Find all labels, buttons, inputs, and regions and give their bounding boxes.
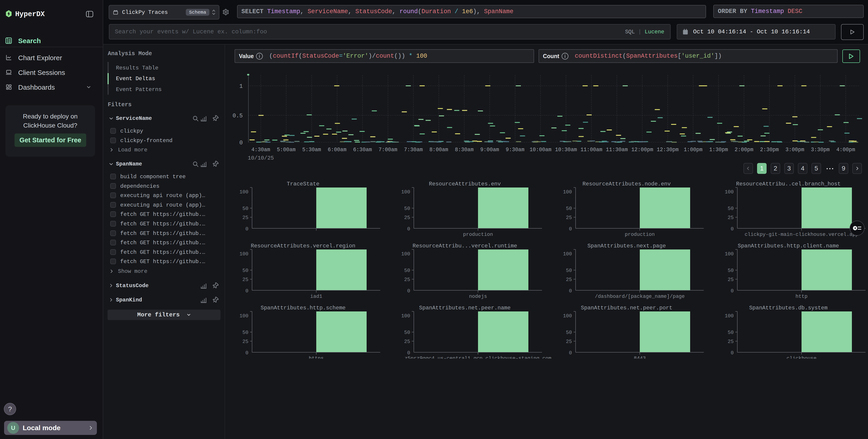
svg-text:25: 25 [728, 215, 734, 221]
svg-text:nodejs: nodejs [469, 294, 487, 299]
svg-text:11:30am: 11:30am [606, 147, 628, 153]
svg-text:0: 0 [731, 288, 734, 294]
svg-text:production: production [463, 232, 493, 237]
svg-text:3:00pm: 3:00pm [785, 147, 804, 153]
svg-text:4:00pm: 4:00pm [836, 147, 855, 153]
svg-text:50: 50 [243, 330, 248, 335]
svg-text:25: 25 [728, 277, 734, 283]
svg-text:50: 50 [566, 330, 572, 335]
svg-text:SpanAttributes.net.peer.port: SpanAttributes.net.peer.port [581, 305, 672, 311]
svg-text:ResourceAttributes.env: ResourceAttributes.env [429, 181, 501, 187]
svg-text:7:30am: 7:30am [404, 147, 423, 153]
svg-text:0: 0 [569, 226, 572, 232]
svg-text:25: 25 [404, 339, 410, 345]
svg-text:50: 50 [566, 268, 572, 273]
svg-text:25: 25 [404, 277, 410, 283]
svg-text:50: 50 [404, 206, 410, 211]
svg-text:11:00am: 11:00am [580, 147, 602, 153]
svg-text:100: 100 [563, 189, 572, 195]
svg-text:50: 50 [728, 268, 734, 273]
svg-text:50: 50 [728, 330, 734, 335]
svg-text:50: 50 [404, 330, 410, 335]
svg-text:7:00am: 7:00am [379, 147, 398, 153]
svg-text:SpanAttributes.next.page: SpanAttributes.next.page [587, 243, 666, 249]
svg-text:12:00pm: 12:00pm [631, 147, 653, 153]
svg-text:/dashboard/[package_name]/page: /dashboard/[package_name]/page [595, 294, 685, 299]
svg-text:100: 100 [724, 251, 734, 257]
svg-text:ResourceAttribu...vercel.runti: ResourceAttribu...vercel.runtime [413, 243, 517, 249]
svg-text:SpanAttributes.http.client.nam: SpanAttributes.http.client.name [738, 243, 839, 249]
svg-text:0: 0 [245, 288, 248, 294]
svg-text:0: 0 [731, 226, 734, 232]
svg-text:25: 25 [728, 339, 734, 345]
svg-text:100: 100 [239, 189, 248, 195]
svg-text:0: 0 [407, 350, 410, 356]
svg-text:SpanAttributes.db.system: SpanAttributes.db.system [749, 305, 828, 311]
svg-text:12:30pm: 12:30pm [657, 147, 679, 153]
svg-text:100: 100 [563, 251, 572, 257]
svg-text:100: 100 [563, 313, 572, 319]
svg-text:5:30am: 5:30am [302, 147, 321, 153]
svg-text:ResourceAttributes.node.env: ResourceAttributes.node.env [583, 181, 671, 187]
svg-text:8:30am: 8:30am [455, 147, 474, 153]
svg-text:1:30pm: 1:30pm [709, 147, 728, 153]
svg-text:5:00am: 5:00am [277, 147, 296, 153]
svg-text:TraceState: TraceState [287, 181, 319, 187]
svg-text:SpanAttributes.net.peer.name: SpanAttributes.net.peer.name [419, 305, 510, 311]
svg-text:0: 0 [569, 288, 572, 294]
svg-text:4:30am: 4:30am [251, 147, 270, 153]
svg-text:production: production [625, 232, 655, 237]
svg-text:0: 0 [569, 350, 572, 356]
svg-text:0: 0 [407, 226, 410, 232]
svg-text:100: 100 [724, 189, 734, 195]
svg-text:ResourceAttribu..cel.branch_ho: ResourceAttribu..cel.branch_host [736, 181, 841, 187]
svg-text:clickhouse: clickhouse [786, 356, 816, 359]
svg-text:10:00am: 10:00am [529, 147, 552, 153]
svg-text:0: 0 [731, 350, 734, 356]
svg-text:6:30am: 6:30am [353, 147, 372, 153]
svg-text:10:30am: 10:30am [555, 147, 577, 153]
svg-text:SpanAttributes.http.scheme: SpanAttributes.http.scheme [261, 305, 345, 311]
svg-text:50: 50 [243, 206, 248, 211]
svg-text:50: 50 [566, 206, 572, 211]
svg-text:100: 100 [239, 313, 248, 319]
svg-text:2:00pm: 2:00pm [735, 147, 753, 153]
svg-text:9:30am: 9:30am [506, 147, 525, 153]
svg-text:25: 25 [243, 277, 248, 283]
svg-text:0.5: 0.5 [232, 113, 243, 119]
svg-text:1:00pm: 1:00pm [684, 147, 703, 153]
svg-text:0: 0 [407, 288, 410, 294]
svg-text:100: 100 [239, 251, 248, 257]
svg-text:25: 25 [566, 339, 572, 345]
svg-text:https: https [309, 356, 324, 359]
svg-text:25: 25 [243, 339, 248, 345]
svg-text:25: 25 [566, 215, 572, 221]
svg-text:clickpy-git-main-clickhouse.ve: clickpy-git-main-clickhouse.vercel.app [745, 232, 859, 237]
svg-text:100: 100 [401, 189, 410, 195]
svg-text:25: 25 [566, 277, 572, 283]
svg-text:2:30pm: 2:30pm [760, 147, 779, 153]
svg-text:ResourceAttributes.vercel.regi: ResourceAttributes.vercel.region [251, 243, 355, 249]
svg-text:0: 0 [239, 140, 243, 146]
svg-text:100: 100 [724, 313, 734, 319]
svg-text:8:00am: 8:00am [430, 147, 448, 153]
svg-text:9:00am: 9:00am [480, 147, 499, 153]
svg-text:50: 50 [728, 206, 734, 211]
svg-text:0: 0 [245, 226, 248, 232]
svg-text:8443: 8443 [634, 356, 646, 359]
svg-text:10/10/25: 10/10/25 [248, 155, 274, 161]
svg-text:50: 50 [404, 268, 410, 273]
svg-text:http: http [796, 294, 808, 299]
svg-text:z5prz9ggc4.us-central1.gcp.cli: z5prz9ggc4.us-central1.gcp.clickhouse-st… [405, 356, 552, 359]
svg-text:3:30pm: 3:30pm [811, 147, 830, 153]
svg-text:50: 50 [243, 268, 248, 273]
svg-text:100: 100 [401, 313, 410, 319]
svg-text:0: 0 [245, 350, 248, 356]
svg-text:25: 25 [243, 215, 248, 221]
svg-text:100: 100 [401, 251, 410, 257]
svg-text:iad1: iad1 [310, 294, 322, 299]
svg-text:6:00am: 6:00am [328, 147, 346, 153]
svg-text:1: 1 [239, 83, 243, 90]
svg-text:25: 25 [404, 215, 410, 221]
